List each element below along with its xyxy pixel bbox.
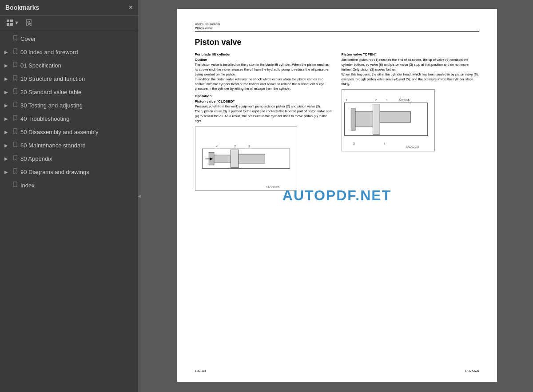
right-diagram: Contact 1 2 3 6 5 4 SAD02056 (342, 89, 435, 151)
document-page: Hydraulic system Piston valve Piston val… (177, 9, 497, 382)
svg-text:4: 4 (215, 145, 217, 148)
svg-text:2: 2 (375, 99, 377, 102)
svg-text:SAD02056: SAD02056 (406, 145, 419, 148)
bookmark-list: Cover ▶ 00 Index and foreword ▶ 01 Speci… (0, 30, 138, 392)
svg-rect-20 (355, 112, 373, 127)
main-content: Hydraulic system Piston valve Piston val… (141, 0, 533, 392)
bookmark-label-90: 90 Diagrams and drawings (20, 169, 89, 175)
sidebar-toolbar: ▼ (0, 16, 138, 30)
expand-placeholder (4, 36, 11, 41)
footer-right: D375A-6 (465, 369, 479, 373)
bookmark-icon-20 (12, 88, 19, 95)
bookmark-label-10: 10 Structure and function (20, 75, 85, 82)
left-section-title: For blade lift cylinder (195, 52, 333, 56)
left-diagram: 2 3 4 SAD00206 (195, 127, 297, 191)
right-section-text: Just before piston rod (1) reaches the e… (342, 58, 479, 87)
bookmark-icon-30 (12, 102, 19, 109)
bookmark-label-50: 50 Disassembly and assembly (20, 129, 99, 135)
expand-00: ▶ (4, 50, 11, 55)
bookmark-icon-60 (12, 142, 19, 149)
expand-60: ▶ (4, 143, 11, 148)
svg-text:4: 4 (384, 142, 386, 145)
bookmark-item-90[interactable]: ▶ 90 Diagrams and drawings (0, 165, 138, 178)
bookmark-label-index: Index (20, 182, 35, 189)
bookmark-item-00[interactable]: ▶ 00 Index and foreword (0, 45, 138, 59)
header-line2: Piston valve (195, 26, 479, 30)
bookmark-item-cover[interactable]: Cover (0, 32, 138, 45)
operation-text: Pressurized oil from the work equipment … (195, 104, 333, 124)
bookmark-label-20: 20 Standard value table (20, 89, 81, 95)
svg-rect-17 (373, 104, 380, 135)
svg-rect-8 (239, 154, 265, 163)
bookmark-icon-01 (12, 62, 19, 69)
bookmark-item-50[interactable]: ▶ 50 Disassembly and assembly (0, 125, 138, 139)
svg-rect-2 (7, 23, 9, 26)
outline-text: The piston valve is installed on the pis… (195, 63, 333, 91)
bookmark-icon-cover (12, 35, 19, 42)
outline-title: Outline (195, 58, 333, 62)
bookmark-icon-10 (12, 75, 19, 82)
svg-point-4 (28, 21, 30, 24)
right-column: Piston valve "OPEN" Just before piston r… (342, 52, 479, 191)
sidebar-title: Bookmarks (5, 4, 39, 11)
bookmark-label-30: 30 Testing and adjusting (20, 102, 83, 109)
svg-rect-18 (380, 112, 410, 123)
sidebar: Bookmarks × ▼ Cover ▶ (0, 0, 138, 392)
bookmark-item-10[interactable]: ▶ 10 Structure and function (0, 72, 138, 85)
bookmark-icon-80 (12, 155, 19, 162)
footer-left: 10-140 (195, 369, 206, 373)
right-diagram-svg: Contact 1 2 3 6 5 4 SAD02056 (342, 90, 434, 151)
bookmark-item-index[interactable]: Index (0, 178, 138, 192)
svg-rect-3 (10, 23, 13, 26)
expand-01: ▶ (4, 63, 11, 68)
bookmark-icon-index (12, 182, 19, 189)
bookmark-tool-button[interactable] (24, 18, 34, 27)
expand-10: ▶ (4, 76, 11, 81)
dropdown-arrow: ▼ (14, 20, 19, 25)
svg-rect-7 (231, 150, 239, 167)
sidebar-header: Bookmarks × (0, 0, 138, 16)
bookmark-label-01: 01 Specification (20, 62, 61, 69)
svg-line-5 (30, 23, 31, 24)
svg-rect-1 (10, 20, 13, 22)
bookmark-label-60: 60 Maintenance standard (20, 142, 86, 149)
expand-50: ▶ (4, 130, 11, 135)
left-diagram-svg: 2 3 4 SAD00206 (195, 127, 297, 190)
expand-20: ▶ (4, 90, 11, 95)
operation-sub: Piston valve "CLOSED" (195, 99, 333, 103)
expand-index-placeholder (4, 183, 11, 188)
bookmark-label-00: 00 Index and foreword (20, 49, 78, 55)
document-header: Hydraulic system Piston valve (195, 22, 479, 32)
svg-rect-0 (7, 20, 9, 22)
bookmark-search-icon (25, 19, 32, 26)
bookmark-item-60[interactable]: ▶ 60 Maintenance standard (0, 139, 138, 152)
bookmark-icon-90 (12, 168, 19, 175)
document-title: Piston valve (195, 38, 479, 47)
close-button[interactable]: × (129, 4, 133, 12)
bookmark-label-cover: Cover (20, 36, 36, 42)
svg-text:2: 2 (234, 145, 236, 148)
svg-text:SAD00206: SAD00206 (266, 186, 279, 189)
header-line1: Hydraulic system (195, 22, 479, 26)
bookmark-item-40[interactable]: ▶ 40 Troubleshooting (0, 112, 138, 125)
bookmark-icon-40 (12, 115, 19, 122)
expand-80: ▶ (4, 156, 11, 161)
svg-text:1: 1 (346, 99, 347, 102)
expand-40: ▶ (4, 116, 11, 121)
bookmark-label-80: 80 Appendix (20, 155, 52, 162)
grid-icon (6, 19, 13, 26)
document-footer: 10-140 D375A-6 (195, 369, 479, 373)
bookmark-item-30[interactable]: ▶ 30 Testing and adjusting (0, 99, 138, 112)
bookmark-item-01[interactable]: ▶ 01 Specification (0, 59, 138, 72)
svg-text:3: 3 (248, 145, 250, 148)
bookmark-item-20[interactable]: ▶ 20 Standard value table (0, 85, 138, 99)
expand-90: ▶ (4, 170, 11, 174)
view-button[interactable]: ▼ (4, 18, 21, 27)
svg-rect-10 (214, 155, 231, 162)
bookmark-item-80[interactable]: ▶ 80 Appendix (0, 152, 138, 165)
svg-text:3: 3 (386, 99, 388, 102)
bookmark-icon-50 (12, 128, 19, 135)
svg-rect-19 (351, 108, 355, 131)
bookmark-icon-00 (12, 48, 19, 55)
svg-text:6: 6 (408, 99, 410, 102)
